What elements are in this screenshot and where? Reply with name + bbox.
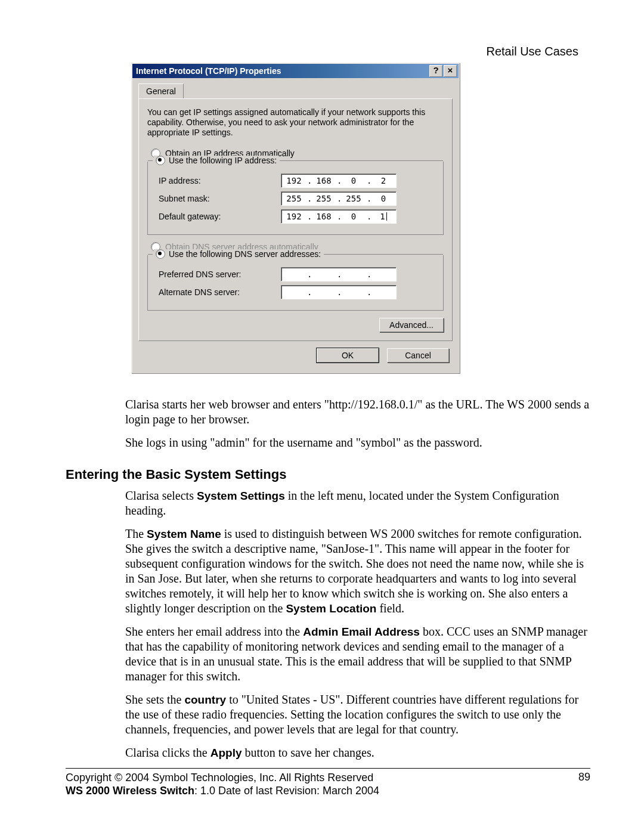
radio-use-following-ip[interactable]: Use the following IP address: <box>154 156 278 165</box>
ip-address-input[interactable]: 192. 168. 0. 2 <box>281 174 397 188</box>
tcpip-dialog-figure: Internet Protocol (TCP/IP) Properties ? … <box>131 63 459 373</box>
para: The System Name is used to distinguish b… <box>125 527 590 616</box>
default-gateway-label: Default gateway: <box>159 212 281 221</box>
running-header: Retail Use Cases <box>486 45 578 58</box>
footer-product: WS 2000 Wireless Switch <box>66 785 194 797</box>
para: She logs in using "admin" for the userna… <box>125 435 590 450</box>
section-heading: Entering the Basic System Settings <box>66 467 590 482</box>
alternate-dns-input[interactable]: . . . <box>281 285 397 299</box>
radio-use-following-dns[interactable]: Use the following DNS server addresses: <box>154 249 323 259</box>
preferred-dns-label: Preferred DNS server: <box>159 270 281 279</box>
para: She sets the country to "United States -… <box>125 692 590 737</box>
default-gateway-input[interactable]: 192. 168. 0. 1 <box>281 209 397 224</box>
group-use-following-ip: Use the following IP address: IP address… <box>147 162 444 235</box>
para: She enters her email address into the Ad… <box>125 624 590 684</box>
caret-icon <box>386 212 387 221</box>
radio-icon <box>156 249 165 259</box>
page-footer: Copyright © 2004 Symbol Technologies, In… <box>66 768 590 797</box>
ok-button[interactable]: OK <box>317 348 379 363</box>
radio-label: Use the following DNS server addresses: <box>169 249 321 259</box>
group-use-following-dns: Use the following DNS server addresses: … <box>147 255 444 311</box>
alternate-dns-label: Alternate DNS server: <box>159 287 281 297</box>
para: Clarisa selects System Settings in the l… <box>125 488 590 518</box>
radio-icon <box>156 156 165 165</box>
radio-label: Use the following IP address: <box>169 156 277 165</box>
tcpip-dialog: Internet Protocol (TCP/IP) Properties ? … <box>131 63 460 373</box>
tab-strip: General <box>138 83 453 98</box>
dialog-title: Internet Protocol (TCP/IP) Properties <box>136 66 428 76</box>
preferred-dns-input[interactable]: . . . <box>281 267 397 281</box>
subnet-mask-label: Subnet mask: <box>159 194 281 203</box>
page-number: 89 <box>578 771 590 797</box>
footer-copyright: Copyright © 2004 Symbol Technologies, In… <box>66 771 379 784</box>
cancel-button[interactable]: Cancel <box>387 348 449 363</box>
tab-general[interactable]: General <box>138 83 184 98</box>
para: Clarisa starts her web browser and enter… <box>125 397 590 427</box>
close-button[interactable]: × <box>444 65 457 77</box>
ip-address-label: IP address: <box>159 176 281 185</box>
dialog-description: You can get IP settings assigned automat… <box>147 107 444 138</box>
tab-panel-general: You can get IP settings assigned automat… <box>138 98 453 341</box>
help-button[interactable]: ? <box>429 65 442 77</box>
advanced-button[interactable]: Advanced... <box>379 318 444 332</box>
dialog-titlebar: Internet Protocol (TCP/IP) Properties ? … <box>132 64 459 78</box>
para: Clarisa clicks the Apply button to save … <box>125 745 590 760</box>
subnet-mask-input[interactable]: 255. 255. 255. 0 <box>281 191 397 206</box>
